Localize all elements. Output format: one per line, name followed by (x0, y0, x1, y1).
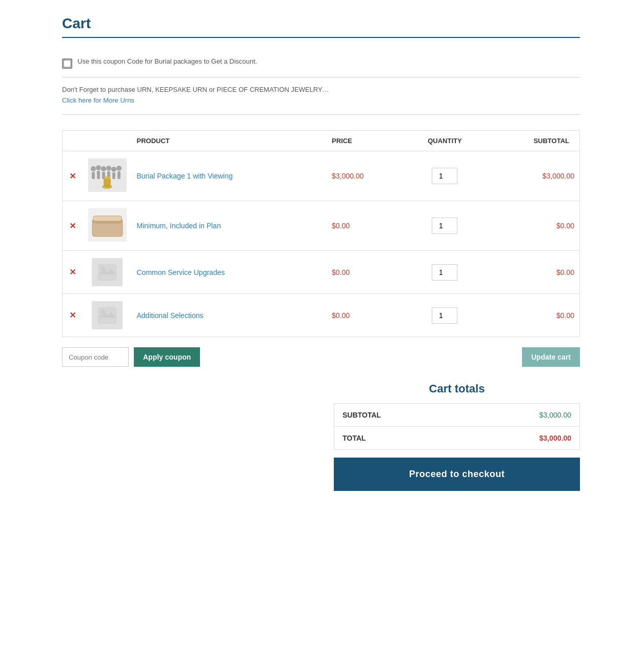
subtotal-value: $3,000.00 (465, 404, 580, 427)
remove-button[interactable]: ✕ (69, 267, 76, 277)
header-price: PRICE (327, 131, 404, 151)
svg-rect-4 (92, 172, 95, 179)
qty-cell (404, 201, 486, 251)
cart-actions: Apply coupon Update cart (62, 347, 580, 367)
cart-totals-section: Cart totals SUBTOTAL $3,000.00 TOTAL $3,… (62, 382, 580, 491)
remove-cell: ✕ (63, 151, 83, 201)
qty-cell (404, 294, 486, 337)
product-image-cell (83, 151, 132, 201)
total-value: $3,000.00 (465, 427, 580, 450)
product-name-cell: Additional Selections (132, 294, 327, 337)
coupon-input[interactable] (62, 347, 129, 367)
subtotal-cell: $0.00 (486, 294, 580, 337)
svg-rect-14 (117, 171, 121, 179)
remove-button[interactable]: ✕ (69, 310, 76, 320)
table-row: ✕ Minimum, Included in Plan (63, 201, 580, 251)
svg-rect-0 (64, 60, 71, 67)
product-link[interactable]: Minimum, Included in Plan (137, 222, 221, 230)
coupon-icon (63, 60, 71, 68)
coupon-notice-block: Use this coupon Code for Burial packages… (62, 52, 580, 74)
coupon-notice-text: Use this coupon Code for Burial packages… (77, 57, 257, 65)
total-label: TOTAL (334, 427, 465, 450)
product-link[interactable]: Common Service Upgrades (137, 268, 225, 276)
cart-table-body: ✕ (63, 151, 580, 337)
table-row: ✕ (63, 151, 580, 201)
checkout-button[interactable]: Proceed to checkout (334, 458, 580, 491)
quantity-input[interactable] (432, 168, 457, 184)
svg-point-7 (101, 166, 106, 171)
qty-cell (404, 251, 486, 294)
notice-section: Use this coupon Code for Burial packages… (62, 47, 580, 130)
subtotal-cell: $0.00 (486, 251, 580, 294)
page-title: Cart (62, 15, 580, 32)
notice-divider-1 (62, 77, 580, 77)
total-row: TOTAL $3,000.00 (334, 427, 580, 450)
subtotal-cell: $0.00 (486, 201, 580, 251)
price-cell: $3,000.00 (327, 151, 404, 201)
notice-divider-2 (62, 114, 580, 115)
notice-icon (62, 58, 72, 69)
price-cell: $0.00 (327, 201, 404, 251)
table-row: ✕ Additional Selections $0.00 (63, 294, 580, 337)
header-subtotal: SUBTOTAL (486, 131, 580, 151)
placeholder-icon (98, 307, 116, 324)
svg-rect-21 (95, 223, 119, 224)
product-link[interactable]: Additional Selections (137, 311, 204, 320)
cart-totals-title: Cart totals (334, 382, 580, 396)
casket-image (88, 208, 127, 242)
price-cell: $0.00 (327, 294, 404, 337)
product-image-cell (83, 251, 132, 294)
svg-point-13 (116, 166, 122, 171)
placeholder-icon (98, 264, 116, 281)
svg-point-28 (101, 310, 105, 314)
svg-point-5 (96, 165, 101, 170)
svg-point-11 (111, 167, 116, 172)
cart-table-header: PRODUCT PRICE QUANTITY SUBTOTAL (63, 131, 580, 151)
svg-point-9 (106, 166, 111, 171)
header-img (83, 131, 132, 151)
funeral-image (88, 159, 127, 192)
product-name-cell: Minimum, Included in Plan (132, 201, 327, 251)
remove-cell: ✕ (63, 294, 83, 337)
update-cart-button[interactable]: Update cart (522, 347, 580, 367)
urn-notice-text: Don't Forget to purchase URN, KEEPSAKE U… (62, 86, 580, 93)
svg-rect-12 (112, 172, 115, 179)
top-divider (62, 37, 580, 38)
placeholder-image (92, 258, 123, 286)
product-name-cell: Common Service Upgrades (132, 251, 327, 294)
remove-cell: ✕ (63, 201, 83, 251)
quantity-input[interactable] (432, 218, 457, 234)
svg-point-3 (91, 166, 96, 171)
subtotal-label: SUBTOTAL (334, 404, 465, 427)
cart-table: PRODUCT PRICE QUANTITY SUBTOTAL ✕ (62, 130, 580, 337)
quantity-input[interactable] (432, 307, 457, 324)
remove-button[interactable]: ✕ (69, 171, 76, 181)
quantity-input[interactable] (432, 264, 457, 281)
urn-link[interactable]: Click here for More Urns (62, 96, 134, 104)
price-cell: $0.00 (327, 251, 404, 294)
apply-coupon-button[interactable]: Apply coupon (134, 347, 200, 367)
product-image-cell (83, 294, 132, 337)
product-image-cell (83, 201, 132, 251)
header-quantity: QUANTITY (404, 131, 486, 151)
placeholder-image (92, 301, 123, 329)
subtotal-cell: $3,000.00 (486, 151, 580, 201)
header-product: PRODUCT (132, 131, 327, 151)
svg-rect-6 (97, 171, 100, 179)
table-row: ✕ Common Service Upgrades $0.00 (63, 251, 580, 294)
urn-notice-block: Don't Forget to purchase URN, KEEPSAKE U… (62, 81, 580, 109)
svg-point-17 (104, 176, 111, 180)
remove-button[interactable]: ✕ (69, 221, 76, 231)
cart-totals-table: SUBTOTAL $3,000.00 TOTAL $3,000.00 (334, 403, 580, 450)
remove-cell: ✕ (63, 251, 83, 294)
subtotal-row: SUBTOTAL $3,000.00 (334, 404, 580, 427)
product-link[interactable]: Burial Package 1 with Viewing (137, 172, 233, 180)
qty-cell (404, 151, 486, 201)
product-name-cell: Burial Package 1 with Viewing (132, 151, 327, 201)
svg-point-25 (101, 267, 105, 271)
svg-rect-22 (93, 216, 122, 221)
header-remove (63, 131, 83, 151)
